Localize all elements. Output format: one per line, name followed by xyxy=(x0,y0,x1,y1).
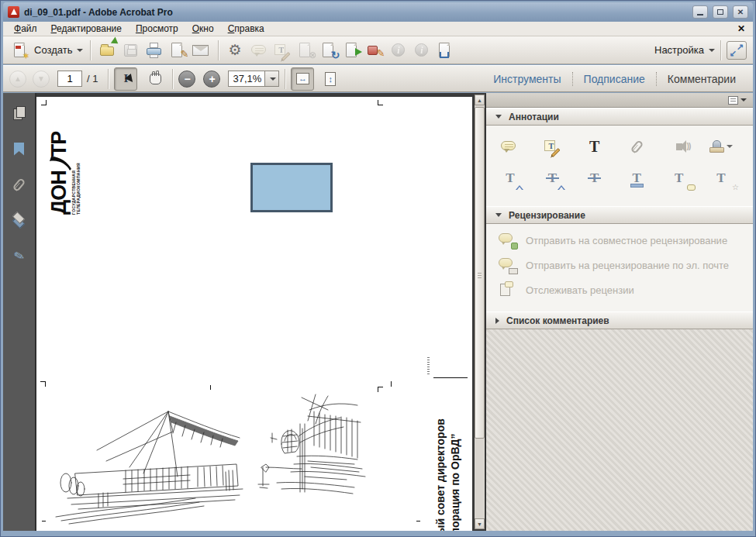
sticky-note-icon xyxy=(501,141,516,150)
panel-empty-area xyxy=(486,329,753,531)
scrollbar-track[interactable] xyxy=(475,105,485,518)
collapse-arrow-icon xyxy=(495,115,502,119)
menu-window[interactable]: Окно xyxy=(186,22,220,35)
open-folder-icon xyxy=(98,41,117,60)
layers-button[interactable] xyxy=(9,209,30,231)
scroll-down-button[interactable]: ▼ xyxy=(475,518,485,529)
email-button[interactable] xyxy=(189,39,212,62)
menu-edit[interactable]: Редактирование xyxy=(45,22,128,35)
logo-swoosh xyxy=(48,155,71,172)
replace-text-tool[interactable]: T xyxy=(540,167,564,188)
comments-panel: Аннотации T T T T T T T☆ xyxy=(485,93,753,531)
send-email-review-item[interactable]: Отправить на рецензирование по эл. почте xyxy=(499,258,753,273)
underline-tool[interactable]: T xyxy=(625,167,648,188)
comment-button[interactable] xyxy=(247,39,271,62)
annotation-tools: T T T T T T T☆ xyxy=(486,126,753,206)
comments-list-section-header[interactable]: Список комментариев xyxy=(486,312,753,329)
attach-file-tool[interactable] xyxy=(625,136,648,157)
signature-pen-icon: ✎ xyxy=(12,247,26,264)
delete-page-button[interactable]: ⊗ xyxy=(294,39,317,62)
attachments-button[interactable] xyxy=(9,174,30,195)
page-delete-icon: ⊗ xyxy=(296,41,315,60)
settings-gear-button[interactable]: ⚙ xyxy=(224,39,247,62)
signatures-button[interactable]: ✎ xyxy=(9,245,30,267)
fit-page-button[interactable] xyxy=(319,67,342,91)
customize-button[interactable]: Настройка xyxy=(650,39,715,62)
print-button[interactable] xyxy=(143,39,166,62)
highlight-rectangle[interactable] xyxy=(250,163,333,212)
add-stamp-tool[interactable] xyxy=(709,136,733,157)
zoom-out-button[interactable]: − xyxy=(178,71,195,88)
info-button-2[interactable]: i xyxy=(410,39,433,62)
open-button[interactable] xyxy=(96,39,119,62)
paperclip-icon xyxy=(12,177,26,192)
sign-page-icon: ✎ xyxy=(168,41,187,60)
scan-button[interactable]: ↻ xyxy=(317,39,340,62)
tab-comments[interactable]: Комментарии xyxy=(657,70,747,88)
strikethrough-tool[interactable]: T xyxy=(583,167,606,188)
close-document-icon[interactable]: ✕ xyxy=(734,23,748,34)
menu-view[interactable]: Просмотр xyxy=(129,22,185,35)
track-reviews-icon xyxy=(499,283,517,298)
add-text-tool[interactable]: T xyxy=(583,136,606,157)
bookmarks-button[interactable] xyxy=(9,138,30,160)
layers-icon xyxy=(12,212,27,228)
select-tool-button[interactable]: I xyxy=(114,67,137,91)
page-thumbnails-button[interactable] xyxy=(9,102,30,124)
chevron-down-icon xyxy=(709,49,715,52)
paperclip-icon xyxy=(630,139,644,154)
underline-icon: T xyxy=(633,171,641,184)
highlight-text-tool[interactable] xyxy=(540,136,564,157)
minimize-button[interactable] xyxy=(692,5,708,19)
sign-button[interactable]: ✎ xyxy=(166,39,189,62)
maximize-button[interactable] xyxy=(713,5,728,19)
fit-width-button[interactable] xyxy=(291,67,314,91)
zoom-level-value[interactable]: 37,1% xyxy=(228,71,265,87)
review-section-header[interactable]: Рецензирование xyxy=(486,206,753,224)
annotations-section-header[interactable]: Аннотации xyxy=(486,108,753,126)
zoom-in-button[interactable]: + xyxy=(203,71,220,88)
page-refresh-icon: ↻ xyxy=(319,41,338,60)
scrollbar-thumb[interactable] xyxy=(475,107,485,439)
pdf-page[interactable]: ДОН ТР ГОСУДАРСТВЕННАЯ ТЕЛЕРАДИОКОМПАНИЯ xyxy=(36,97,472,531)
export-button[interactable] xyxy=(340,39,364,62)
next-page-button[interactable]: ▼ xyxy=(33,71,50,88)
page-clip-button[interactable] xyxy=(433,39,457,62)
create-pdf-button[interactable]: ✶ Создать xyxy=(9,39,85,62)
text-edit-button[interactable] xyxy=(271,39,294,62)
text-edit-icon xyxy=(273,41,292,60)
scroll-up-button[interactable]: ▲ xyxy=(475,95,485,105)
document-pane: ДОН ТР ГОСУДАРСТВЕННАЯ ТЕЛЕРАДИОКОМПАНИЯ xyxy=(36,93,474,531)
create-pdf-icon: ✶ xyxy=(11,41,29,60)
add-text-icon: T xyxy=(589,139,599,154)
replace-text-icon: T xyxy=(548,171,557,184)
insert-text-icon: T xyxy=(506,171,514,184)
envelope-icon xyxy=(192,41,210,60)
add-note-to-text-tool[interactable]: T xyxy=(668,167,691,188)
tab-tools[interactable]: Инструменты xyxy=(482,70,571,88)
previous-page-button[interactable]: ▲ xyxy=(9,71,26,88)
maximize-icon xyxy=(717,9,723,15)
save-button[interactable] xyxy=(119,39,143,62)
sticky-note-tool[interactable] xyxy=(499,136,522,157)
close-button[interactable]: ✕ xyxy=(733,5,748,19)
panel-options-icon[interactable] xyxy=(728,96,738,105)
send-shared-review-item[interactable]: Отправить на совместное рецензирование xyxy=(499,233,753,248)
text-correction-tool[interactable]: T☆ xyxy=(709,167,733,188)
crop-mark xyxy=(41,100,47,105)
tab-sign[interactable]: Подписание xyxy=(573,70,656,88)
info-button-1[interactable]: i xyxy=(387,39,410,62)
fullscreen-toggle-button[interactable] xyxy=(727,41,747,60)
rotated-caption-line2: рпорация по ОрВД” xyxy=(448,405,463,531)
page-number-input[interactable] xyxy=(57,71,82,87)
track-reviews-item[interactable]: Отслеживать рецензии xyxy=(499,283,753,298)
expand-arrow-icon xyxy=(495,318,499,324)
chevron-down-icon[interactable] xyxy=(740,98,747,102)
hand-tool-button[interactable] xyxy=(143,67,167,91)
zoom-dropdown-button[interactable] xyxy=(265,71,279,87)
insert-text-tool[interactable]: T xyxy=(499,167,522,188)
forms-button[interactable]: ✎ xyxy=(364,39,387,62)
menu-file[interactable]: Файл xyxy=(8,22,43,35)
record-audio-tool[interactable] xyxy=(668,136,691,157)
menu-help[interactable]: Справка xyxy=(222,22,271,35)
